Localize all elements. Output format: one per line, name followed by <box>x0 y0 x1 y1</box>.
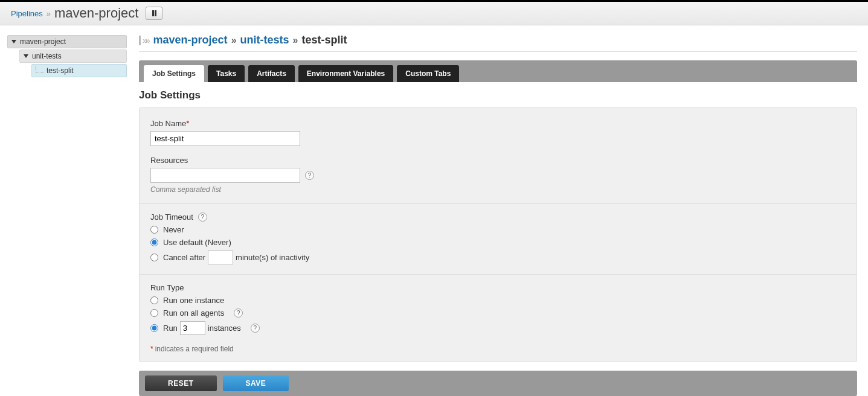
required-icon: * <box>186 119 189 128</box>
tab-env-vars[interactable]: Environment Variables <box>298 65 393 82</box>
timeout-minutes-input[interactable] <box>208 251 233 264</box>
timeout-never-radio[interactable] <box>150 226 158 234</box>
timeout-cancel-radio[interactable] <box>150 254 158 261</box>
breadcrumb-stage-link[interactable]: unit-tests <box>240 34 289 46</box>
header-bar: Pipelines » maven-project <box>0 2 868 25</box>
tab-tasks[interactable]: Tasks <box>208 65 245 82</box>
tab-artifacts[interactable]: Artifacts <box>248 65 295 82</box>
action-bar: RESET SAVE <box>139 371 857 396</box>
chevron-right-icon: » <box>231 35 237 46</box>
chevron-right-icon: » <box>47 9 51 18</box>
timeout-never-label: Never <box>163 225 184 234</box>
tree-label: unit-tests <box>32 52 62 60</box>
help-icon[interactable]: ? <box>305 171 314 180</box>
help-icon[interactable]: ? <box>234 308 243 318</box>
tab-custom-tabs[interactable]: Custom Tabs <box>397 65 459 82</box>
runtype-one-label: Run one instance <box>163 296 224 305</box>
run-type-label: Run Type <box>150 283 184 292</box>
runtype-n-prefix: Run <box>163 324 178 333</box>
header-current: maven-project <box>54 5 138 21</box>
chevron-down-icon <box>11 40 16 43</box>
resources-input[interactable] <box>150 168 300 183</box>
runtype-all-radio[interactable] <box>150 309 158 317</box>
runtype-n-radio[interactable] <box>150 324 158 332</box>
breadcrumb-current: test-split <box>301 34 347 46</box>
runtype-one-radio[interactable] <box>150 296 158 304</box>
tree-item-pipeline[interactable]: maven-project <box>7 35 127 48</box>
tree-branch-icon <box>36 66 44 72</box>
tree-label: test-split <box>47 66 74 75</box>
collapse-handle[interactable]: »» <box>139 36 149 45</box>
tab-job-settings[interactable]: Job Settings <box>144 65 204 82</box>
timeout-cancel-prefix: Cancel after <box>163 253 205 262</box>
pause-button[interactable] <box>146 7 162 20</box>
breadcrumb-pipeline-link[interactable]: maven-project <box>153 34 228 46</box>
sidebar: maven-project unit-tests test-split <box>0 25 132 396</box>
breadcrumb: »» maven-project » unit-tests » test-spl… <box>139 34 857 52</box>
required-footnote: *indicates a required field <box>150 345 846 353</box>
resources-hint: Comma separated list <box>150 185 846 194</box>
chevron-down-icon <box>24 54 28 58</box>
job-name-input[interactable] <box>150 131 300 146</box>
timeout-cancel-suffix: minute(s) of inactivity <box>236 253 309 262</box>
timeout-default-label: Use default (Never) <box>163 238 231 247</box>
reset-button[interactable]: RESET <box>145 375 217 391</box>
job-name-label: Job Name <box>150 119 186 128</box>
pause-icon <box>152 10 156 16</box>
timeout-default-radio[interactable] <box>150 238 158 246</box>
help-icon[interactable]: ? <box>198 212 207 222</box>
runtype-n-suffix: instances <box>208 324 241 333</box>
tree-label: maven-project <box>20 37 66 46</box>
header-pipelines-link[interactable]: Pipelines <box>11 9 43 18</box>
save-button[interactable]: SAVE <box>223 375 289 391</box>
tab-bar: Job Settings Tasks Artifacts Environment… <box>139 60 857 82</box>
runtype-all-label: Run on all agents <box>163 308 224 318</box>
help-icon[interactable]: ? <box>251 324 260 333</box>
resources-label: Resources <box>150 156 188 165</box>
form-panel: Job Name* Resources ? Comma separated li… <box>139 107 857 362</box>
job-timeout-label: Job Timeout <box>150 212 193 222</box>
section-title: Job Settings <box>139 89 857 101</box>
chevron-right-icon: » <box>293 35 298 46</box>
runtype-count-input[interactable] <box>180 321 205 335</box>
tree-item-stage[interactable]: unit-tests <box>19 50 127 63</box>
tree-item-job[interactable]: test-split <box>31 64 127 77</box>
